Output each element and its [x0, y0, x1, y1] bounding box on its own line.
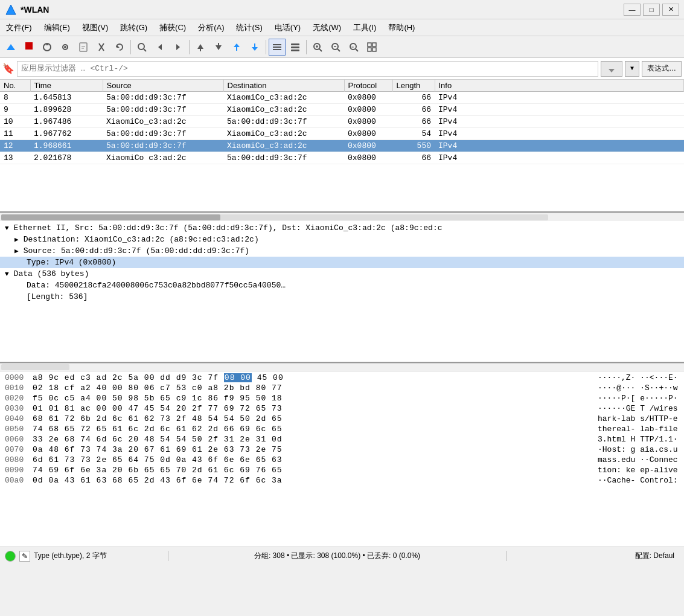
toolbar-btn-grid[interactable] — [363, 39, 380, 56]
detail-section-ethernet[interactable]: ▼Ethernet II, Src: 5a:00:dd:d9:3c:7f (5a… — [0, 222, 684, 234]
window-title: *WLAN — [21, 5, 49, 14]
toolbar-btn-up1[interactable] — [192, 39, 209, 56]
toolbar-btn-next[interactable] — [170, 39, 187, 56]
table-row[interactable]: 101.967486XiaomiCo_c3:ad:2c5a:00:dd:d9:3… — [0, 116, 684, 128]
toolbar-btn-down1[interactable] — [210, 39, 227, 56]
cell-info: IPv4 — [435, 92, 684, 104]
toolbar-btn-stop[interactable] — [21, 39, 37, 56]
hex-bytes: a8 9c ed c3 ad 2c 5a 00 dd d9 3c 7f 08 0… — [33, 373, 595, 382]
cell-src: 5a:00:dd:d9:3c:7f — [103, 104, 223, 116]
svg-point-8 — [138, 43, 144, 50]
packet-list-hscroll[interactable] — [0, 213, 684, 221]
detail-line[interactable]: Data: 45000218cfa240008006c753c0a82bbd80… — [0, 280, 684, 291]
toolbar-btn-cut[interactable] — [93, 39, 110, 56]
svg-rect-22 — [291, 43, 299, 45]
svg-rect-20 — [273, 47, 281, 48]
close-button[interactable]: ✕ — [662, 4, 679, 16]
hex-offset: 0030 — [5, 404, 30, 413]
cell-dst: XiaomiCo_c3:ad:2c — [223, 128, 344, 140]
menu-item-V[interactable]: 视图(V) — [76, 20, 114, 36]
toolbar-separator-3 — [266, 40, 266, 54]
toolbar-btn-zoom-reset[interactable]: = — [345, 39, 362, 56]
detail-line[interactable]: ▶Destination: XiaomiCo_c3:ad:2c (a8:9c:e… — [0, 234, 684, 245]
filter-input[interactable] — [17, 61, 598, 77]
toolbar-btn-up2[interactable] — [228, 39, 245, 56]
filter-apply-button[interactable] — [601, 61, 622, 77]
table-row[interactable]: 121.9686615a:00:dd:d9:3c:7fXiaomiCo_c3:a… — [0, 140, 684, 152]
status-displayed: 已显示: 308 (100.0%) — [291, 551, 360, 560]
detail-text: Destination: XiaomiCo_c3:ad:2c (a8:9c:ed… — [24, 235, 259, 244]
toolbar-btn-bookmark[interactable] — [75, 39, 92, 56]
filter-dropdown-button[interactable]: ▼ — [625, 61, 639, 77]
hex-offset: 0080 — [5, 455, 30, 464]
hex-ascii: ····@··· ·S··+··w — [598, 383, 679, 393]
packet-table: No. Time Source Destination Protocol Len… — [0, 80, 684, 164]
status-separator-2: • — [363, 551, 368, 560]
svg-marker-17 — [252, 47, 258, 51]
cell-info: IPv4 — [435, 116, 684, 128]
minimize-button[interactable]: — — [624, 4, 641, 16]
menu-item-G[interactable]: 跳转(G) — [114, 20, 153, 36]
svg-rect-2 — [25, 42, 33, 50]
menu-item-E[interactable]: 编辑(E) — [38, 20, 76, 36]
toolbar-btn-zoom-in[interactable] — [309, 39, 326, 56]
maximize-button[interactable]: □ — [643, 4, 660, 16]
menu-item-S[interactable]: 统计(S) — [230, 20, 268, 36]
cell-no: 12 — [0, 140, 30, 152]
svg-rect-6 — [80, 43, 87, 51]
hex-row: 0020 f5 0c c5 a4 00 50 98 5b 65 c9 1c 86… — [0, 393, 684, 403]
details-hscroll[interactable] — [0, 363, 684, 371]
cell-proto: 0x0800 — [344, 140, 392, 152]
hex-row: 0030 01 01 81 ac 00 00 47 45 54 20 2f 77… — [0, 403, 684, 414]
toolbar-btn-zoom-out[interactable] — [327, 39, 344, 56]
expand-arrow: ▼ — [5, 271, 9, 278]
detail-text: [Length: 536] — [27, 292, 88, 301]
detail-section-data[interactable]: ▼Data (536 bytes) — [0, 268, 684, 280]
cell-len: 54 — [392, 128, 435, 140]
status-left: ✎ Type (eth.type), 2 字节 — [5, 551, 168, 562]
svg-marker-33 — [609, 69, 615, 72]
table-row[interactable]: 81.6458135a:00:dd:d9:3c:7fXiaomiCo_c3:ad… — [0, 92, 684, 104]
hex-offset: 0000 — [5, 373, 30, 382]
hex-ascii: 3.html H TTP/1.1· — [598, 435, 679, 444]
detail-line[interactable]: [Length: 536] — [0, 291, 684, 303]
packet-tbody: 81.6458135a:00:dd:d9:3c:7fXiaomiCo_c3:ad… — [0, 92, 684, 164]
hex-dump[interactable]: 0000 a8 9c ed c3 ad 2c 5a 00 dd d9 3c 7f… — [0, 371, 684, 547]
toolbar-btn-restart[interactable] — [39, 39, 56, 56]
filter-bar: 🔖 ▼ 表达式… — [0, 58, 684, 80]
table-row[interactable]: 132.021678XiaomiCo c3:ad:2c5a:00:dd:d9:3… — [0, 152, 684, 164]
cell-info: IPv4 — [435, 140, 684, 152]
detail-line[interactable]: Type: IPv4 (0x0800) — [0, 257, 684, 268]
menu-item-H[interactable]: 帮助(H) — [382, 20, 421, 36]
svg-marker-7 — [117, 45, 120, 48]
menu-item-A[interactable]: 分析(A) — [192, 20, 230, 36]
menu-item-F[interactable]: 文件(F) — [0, 20, 38, 36]
toolbar-btn-reload[interactable] — [111, 39, 128, 56]
menu-item-W[interactable]: 无线(W) — [307, 20, 347, 36]
toolbar-btn-options[interactable] — [57, 39, 74, 56]
hex-row: 0070 0a 48 6f 73 74 3a 20 67 61 69 61 2e… — [0, 444, 684, 455]
toolbar-btn-list1[interactable] — [269, 39, 286, 56]
packet-details[interactable]: ▼Ethernet II, Src: 5a:00:dd:d9:3c:7f (5a… — [0, 221, 684, 363]
toolbar-btn-list2[interactable] — [287, 39, 304, 56]
detail-text: Data (536 bytes) — [14, 269, 89, 278]
table-row[interactable]: 91.8996285a:00:dd:d9:3c:7fXiaomiCo_c3:ad… — [0, 104, 684, 116]
toolbar-btn-search[interactable] — [133, 39, 150, 56]
table-row[interactable]: 111.9677625a:00:dd:d9:3c:7fXiaomiCo_c3:a… — [0, 128, 684, 140]
menu-item-Y[interactable]: 电话(Y) — [269, 20, 307, 36]
toolbar-btn-open[interactable] — [2, 39, 19, 56]
toolbar-btn-down2[interactable] — [246, 39, 263, 56]
menu-item-C[interactable]: 捕获(C) — [153, 20, 192, 36]
cell-proto: 0x0800 — [344, 116, 392, 128]
filter-expression-button[interactable]: 表达式… — [642, 61, 682, 77]
cell-proto: 0x0800 — [344, 104, 392, 116]
svg-marker-1 — [7, 44, 15, 50]
menu-item-I[interactable]: 工具(I) — [347, 20, 382, 36]
packet-list[interactable]: No. Time Source Destination Protocol Len… — [0, 80, 684, 213]
toolbar-btn-prev[interactable] — [152, 39, 168, 56]
status-profile: 配置: Defaul — [635, 551, 674, 560]
svg-rect-21 — [273, 49, 281, 50]
cell-len: 66 — [392, 116, 435, 128]
detail-line[interactable]: ▶Source: 5a:00:dd:d9:3c:7f (5a:00:dd:dd:… — [0, 245, 684, 257]
cell-dst: XiaomiCo_c3:ad:2c — [223, 140, 344, 152]
